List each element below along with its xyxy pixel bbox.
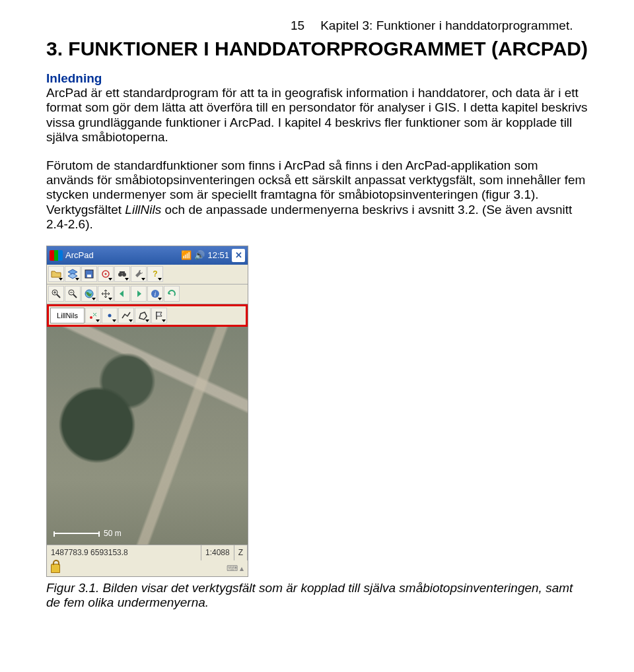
para2-italic: LillNils — [125, 203, 161, 217]
chevron-down-icon — [108, 278, 112, 281]
arrow-left-icon — [117, 288, 127, 299]
chevron-down-icon — [158, 298, 162, 300]
back-button[interactable] — [114, 286, 130, 302]
zoom-in-button[interactable] — [48, 286, 64, 302]
chevron-down-icon — [125, 278, 129, 281]
chevron-down-icon — [108, 298, 112, 300]
titlebar: ArcPad 📶 🔊 12:51 ✕ — [47, 246, 248, 265]
svg-rect-1 — [87, 275, 91, 277]
layers-button[interactable] — [65, 266, 81, 282]
chevron-down-icon — [59, 278, 63, 281]
intro-heading: Inledning — [46, 71, 588, 86]
status-scale: 1:4088 — [201, 545, 234, 560]
lillnils-line-button[interactable] — [118, 308, 134, 323]
bottom-bar: ⌨ ▴ — [47, 560, 248, 576]
svg-line-12 — [73, 294, 77, 298]
svg-text:i: i — [155, 290, 157, 298]
status-bar: 1487783.9 6593153.8 1:4088 Z — [47, 545, 248, 560]
svg-point-3 — [105, 273, 107, 275]
open-button[interactable] — [48, 266, 64, 282]
toolbar-lillnils: LillNils — [47, 304, 248, 327]
identify-button[interactable]: i — [147, 286, 163, 302]
keyboard-icon[interactable]: ⌨ ▴ — [227, 564, 244, 573]
refresh-button[interactable] — [164, 286, 180, 302]
pan-button[interactable] — [98, 286, 114, 302]
lillnils-flag-button[interactable] — [151, 308, 167, 323]
scalebar-line — [53, 533, 100, 534]
chevron-down-icon — [145, 319, 149, 322]
map-canvas[interactable]: 50 m — [47, 327, 248, 545]
lock-icon[interactable] — [51, 564, 60, 573]
section-title: 3. FUNKTIONER I HANDDATORPROGRAMMET (ARC… — [46, 37, 588, 61]
start-icon[interactable] — [50, 250, 63, 261]
chevron-down-icon — [96, 319, 100, 322]
save-button[interactable] — [81, 266, 97, 282]
scalebar-label: 50 m — [104, 529, 122, 538]
toolbar-main: ? — [47, 265, 248, 285]
arcpad-screenshot: ArcPad 📶 🔊 12:51 ✕ — [46, 246, 248, 577]
scalebar: 50 m — [53, 529, 122, 538]
chevron-down-icon — [141, 278, 145, 281]
zoom-out-button[interactable] — [65, 286, 81, 302]
svg-point-18 — [108, 314, 112, 317]
lillnils-polygon-button[interactable] — [135, 308, 151, 323]
paragraph-2: Förutom de standardfunktioner som finns … — [46, 158, 588, 232]
question-icon: ? — [153, 269, 157, 279]
chevron-down-icon — [75, 278, 79, 281]
lillnils-point-button[interactable] — [85, 308, 101, 323]
volume-icon: 🔊 — [194, 250, 205, 260]
zoom-extent-button[interactable] — [81, 286, 97, 302]
close-button[interactable]: ✕ — [232, 249, 245, 262]
status-mode: Z — [234, 545, 248, 560]
figure-caption: Figur 3.1. Bilden visar det verktygsfält… — [46, 581, 588, 611]
chevron-down-icon — [129, 319, 133, 322]
disk-icon — [84, 269, 94, 279]
zoom-in-icon — [51, 288, 61, 299]
chevron-down-icon — [162, 319, 166, 322]
zoom-out-icon — [67, 288, 78, 299]
app-name: ArcPad — [65, 250, 94, 260]
lillnils-label[interactable]: LillNils — [50, 308, 85, 323]
status-coords: 1487783.9 6593153.8 — [47, 545, 201, 560]
help-button[interactable]: ? — [147, 266, 163, 282]
forward-button[interactable] — [131, 286, 147, 302]
chevron-down-icon — [92, 298, 96, 300]
svg-line-8 — [57, 294, 60, 298]
page-number: 15 — [291, 18, 304, 33]
tools-button[interactable] — [131, 266, 147, 282]
clock: 12:51 — [207, 250, 229, 260]
lillnils-dot-button[interactable] — [102, 308, 118, 323]
refresh-icon — [166, 288, 177, 299]
svg-point-17 — [90, 316, 92, 319]
toolbar-navigation: i — [47, 285, 248, 304]
svg-rect-6 — [120, 271, 125, 273]
connectivity-icon: 📶 — [181, 250, 192, 260]
find-button[interactable] — [114, 266, 130, 282]
chevron-down-icon — [112, 319, 116, 322]
arrow-right-icon — [133, 288, 144, 299]
chevron-down-icon — [158, 278, 162, 281]
paragraph-1: ArcPad är ett standardprogram för att ta… — [46, 86, 588, 145]
page-header: 15 Kapitel 3: Funktioner i handdatorprog… — [46, 18, 588, 33]
chapter-label: Kapitel 3: Funktioner i handdatorprogram… — [320, 18, 573, 33]
gps-button[interactable] — [98, 266, 114, 282]
